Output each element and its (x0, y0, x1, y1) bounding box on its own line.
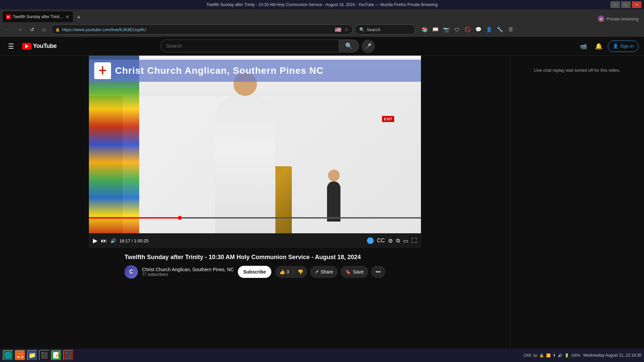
pocket-button[interactable]: 📚 (420, 25, 429, 34)
current-time: 18:17 (119, 238, 130, 243)
account-circle-icon: 👤 (613, 44, 618, 49)
taskbar-app-terminal[interactable]: ⬛ (39, 350, 50, 361)
youtube-signin-button[interactable]: 👤 Sign in (608, 41, 639, 52)
vpn-button[interactable]: 🛡 (452, 25, 462, 34)
tray-icon-3: ⬆ (553, 353, 556, 358)
more-button[interactable]: ••• (371, 266, 385, 278)
lock-icon: 🔒 (55, 27, 60, 32)
youtube-search-bar: 🔍 🎤 (160, 40, 375, 53)
video-wrapper: EXIT (89, 56, 421, 248)
youtube-play-icon (25, 44, 29, 48)
thumbs-down-icon: 👎 (298, 269, 303, 275)
browser-tab[interactable]: ▶ Twelfth Sunday after Trinit… ✕ (3, 11, 73, 22)
closed-captions-button[interactable]: CC (377, 238, 385, 244)
title-bar: Twelfth Sunday after Trinity - 10:30 AM … (0, 0, 644, 9)
youtube-mic-button[interactable]: 🎤 (362, 40, 375, 53)
next-button[interactable]: ⏭ (101, 237, 107, 244)
minimize-button[interactable]: ─ (610, 1, 620, 8)
social-button[interactable]: 💬 (474, 25, 483, 34)
extensions-button[interactable]: 🔧 (495, 25, 504, 34)
video-container: EXIT (0, 56, 510, 349)
dislike-button[interactable]: 👎 (293, 266, 307, 278)
youtube-create-button[interactable]: 📹 (577, 40, 590, 53)
autoplay-toggle[interactable] (367, 237, 374, 244)
channel-row: C Christ Church Anglican, Southern Pines… (124, 265, 385, 279)
video-banner: Christ Church Anglican, Southern Pines N… (89, 60, 421, 82)
address-right-icons: 🇺🇸 ☆ (335, 26, 348, 33)
bookmark-icon[interactable]: ☆ (344, 26, 348, 33)
system-tray: CKB hp 🔒 📶 ⬆ 🔊 🔋 100% (524, 353, 581, 358)
taskbar-right: CKB hp 🔒 📶 ⬆ 🔊 🔋 100% Wednesday August 2… (524, 353, 641, 358)
menu-button[interactable]: ☰ (506, 25, 515, 34)
person-body (327, 181, 340, 222)
tray-icon-2: 📶 (546, 353, 551, 358)
progress-fill (89, 217, 182, 219)
search-label: Search (367, 27, 380, 32)
youtube-notifications-button[interactable]: 🔔 (592, 40, 605, 53)
youtube-search-button[interactable]: 🔍 (339, 40, 359, 52)
youtube-logo: YouTube (22, 43, 57, 50)
close-button[interactable]: ✕ (632, 1, 641, 8)
account-button[interactable]: 👤 (484, 25, 494, 34)
search-icon: 🔍 (359, 27, 365, 32)
priest-robe (215, 93, 275, 233)
url-display: https://www.youtube.com/live/KJK8EUspfiU (62, 27, 333, 32)
like-button[interactable]: 👍 3 (275, 266, 293, 278)
back-button[interactable]: ← (3, 24, 13, 35)
channel-name: Christ Church Anglican, Southern Pines, … (142, 267, 234, 272)
address-bar[interactable]: 🔒 https://www.youtube.com/live/KJK8EUspf… (51, 24, 353, 35)
youtube-logo-text: YouTube (33, 43, 57, 50)
save-button[interactable]: 🔖 Save (340, 266, 368, 278)
banner-title: Christ Church Anglican, Southern Pines N… (115, 65, 324, 76)
background-person (324, 170, 344, 217)
adblock-button[interactable]: 🚫 (463, 25, 472, 34)
screenshot-button[interactable]: 📷 (441, 25, 451, 34)
video-info: Twelfth Sunday after Trinity - 10:30 AM … (119, 248, 390, 284)
subscribe-button[interactable]: Subscribe (238, 266, 271, 278)
svg-rect-1 (99, 70, 106, 71)
thumbs-up-icon: 👍 (279, 269, 285, 275)
taskbar-app-firefox[interactable]: 🦊 (15, 350, 25, 361)
new-tab-button[interactable]: + (74, 13, 84, 22)
tray-icon-1: 🔒 (539, 353, 544, 358)
reader-button[interactable]: 📖 (431, 25, 440, 34)
video-title: Twelfth Sunday after Trinity - 10:30 AM … (124, 253, 385, 261)
tab-close-button[interactable]: ✕ (65, 14, 69, 19)
window-title: Twelfth Sunday after Trinity - 10:30 AM … (206, 2, 437, 7)
tab-bar: ▶ Twelfth Sunday after Trinit… ✕ + 🕵 Pri… (0, 9, 644, 22)
volume-button[interactable]: 🔊 (110, 238, 116, 243)
youtube-search-input[interactable] (160, 40, 339, 52)
forward-button[interactable]: → (15, 24, 25, 35)
action-buttons: 👍 3 👎 ↗ Share 🔖 Save (275, 266, 385, 278)
church-shield (94, 62, 111, 79)
share-icon: ↗ (315, 269, 319, 275)
exit-sign: EXIT (382, 116, 394, 122)
video-progress-bar[interactable] (89, 217, 421, 219)
refresh-button[interactable]: ↺ (27, 24, 37, 35)
total-time: 1:00:25 (134, 238, 148, 243)
channel-subscribers: 77 subscribers (142, 272, 234, 277)
right-controls: CC ⚙ ⧉ ▭ ⛶ (367, 237, 417, 244)
video-player[interactable]: EXIT (89, 56, 421, 233)
browser-search-field[interactable]: 🔍 Search (355, 24, 415, 35)
battery-percent: 100% (571, 353, 581, 357)
save-label: Save (353, 269, 364, 275)
taskbar-app-files[interactable]: 📁 (27, 350, 38, 361)
settings-button[interactable]: ⚙ (388, 238, 393, 244)
tab-favicon-icon: ▶ (7, 15, 9, 18)
fullscreen-button[interactable]: ⛶ (412, 238, 417, 244)
keyboard-layout: CKB (524, 353, 531, 357)
taskbar-app-notes[interactable]: 📝 (51, 350, 62, 361)
taskbar-app-browser[interactable]: 🌐 (3, 350, 13, 361)
home-button[interactable]: ⌂ (39, 24, 49, 35)
nav-bar: ← → ↺ ⌂ 🔒 https://www.youtube.com/live/K… (0, 22, 644, 37)
maximize-button[interactable]: □ (621, 1, 631, 8)
miniplayer-button[interactable]: ⧉ (396, 238, 400, 244)
youtube-menu-button[interactable]: ☰ (5, 40, 17, 53)
avatar-letter: C (129, 269, 133, 275)
theater-button[interactable]: ▭ (403, 238, 408, 244)
youtube-header: ☰ YouTube 🔍 🎤 📹 🔔 👤 Sign in (0, 37, 644, 56)
taskbar-app-red[interactable]: ⬛ (63, 350, 74, 361)
play-pause-button[interactable]: ▶ (93, 237, 98, 244)
share-button[interactable]: ↗ Share (310, 266, 338, 278)
